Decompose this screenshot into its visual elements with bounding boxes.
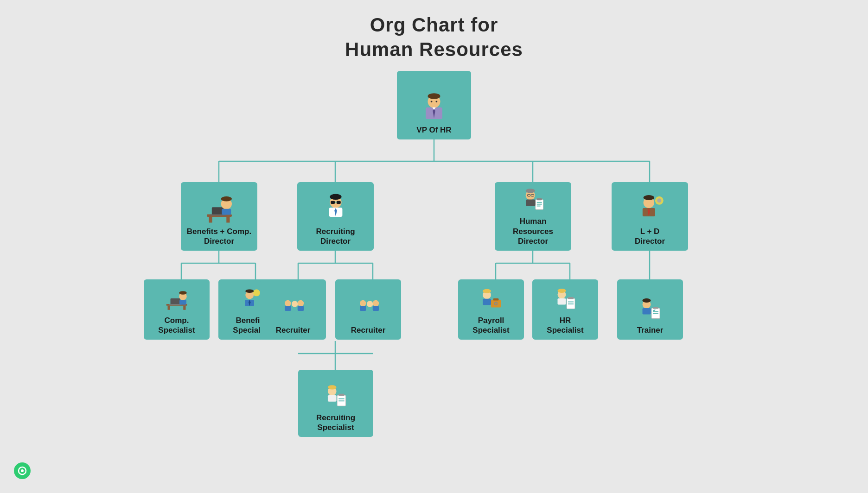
- recruiting-dir-label: RecruitingDirector: [316, 227, 355, 246]
- svg-point-95: [495, 303, 497, 304]
- trainer-icon: [636, 296, 664, 323]
- svg-point-83: [360, 300, 366, 307]
- svg-point-92: [483, 289, 491, 293]
- svg-rect-93: [483, 298, 491, 305]
- svg-rect-111: [338, 393, 344, 396]
- svg-rect-42: [336, 201, 340, 203]
- svg-rect-102: [558, 298, 566, 305]
- svg-rect-90: [493, 298, 499, 301]
- svg-rect-70: [179, 300, 186, 305]
- recruiter2-icon: [354, 296, 382, 323]
- hr-specialist-icon: [551, 286, 579, 314]
- recruiting-dir-icon: [319, 191, 352, 225]
- svg-rect-86: [367, 307, 373, 312]
- trainer-label: Trainer: [637, 325, 664, 335]
- bottom-logo[interactable]: [14, 462, 31, 479]
- vp-label: VP Of HR: [416, 125, 451, 135]
- svg-point-58: [657, 198, 661, 202]
- recruiter1-label: Recruiter: [276, 325, 311, 335]
- svg-point-28: [431, 101, 433, 102]
- svg-point-87: [373, 300, 379, 307]
- svg-rect-109: [643, 308, 651, 315]
- svg-point-69: [179, 291, 187, 295]
- benefits-comp-director-node: Benefits + Comp.Director: [181, 182, 257, 251]
- comp-specialist-icon: [163, 286, 191, 314]
- payroll-specialist-icon: [477, 286, 505, 314]
- hr-specialist-node: HRSpecialist: [532, 279, 598, 340]
- hr-dir-icon: [517, 186, 550, 215]
- payroll-specialist-node: PayrollSpecialist: [458, 279, 524, 340]
- svg-point-115: [328, 385, 337, 389]
- recruiter2-label: Recruiter: [351, 325, 386, 335]
- recruiting-specialist-node: RecruitingSpecialist: [298, 370, 373, 437]
- svg-point-101: [558, 289, 566, 293]
- title-line2: Human Resources: [345, 38, 523, 62]
- svg-point-37: [221, 196, 231, 201]
- svg-point-27: [428, 93, 440, 99]
- svg-rect-47: [536, 198, 542, 200]
- svg-point-76: [245, 289, 254, 293]
- svg-point-77: [285, 300, 291, 307]
- ld-dir-label: L + DDirector: [635, 227, 665, 246]
- title-line1: Org Chart for: [345, 13, 523, 38]
- vp-node: HR VP Of HR: [397, 71, 471, 139]
- recruiting-specialist-icon: [321, 382, 350, 411]
- svg-point-108: [643, 298, 651, 303]
- svg-point-79: [292, 301, 298, 307]
- page-title: Org Chart for Human Resources: [345, 13, 523, 62]
- comp-specialist-label: Comp.Specialist: [158, 316, 195, 335]
- svg-point-71: [253, 289, 260, 296]
- benefits-comp-icon: [203, 191, 236, 225]
- logo-icon: [17, 466, 27, 476]
- svg-rect-82: [298, 306, 304, 311]
- svg-rect-38: [222, 209, 231, 215]
- recruiting-specialist-label: RecruitingSpecialist: [316, 413, 355, 433]
- recruiter2-node: Recruiter: [335, 279, 401, 340]
- svg-point-85: [367, 301, 373, 307]
- svg-point-40: [330, 194, 341, 200]
- svg-rect-65: [183, 305, 185, 310]
- svg-rect-66: [171, 298, 180, 304]
- svg-rect-33: [226, 216, 230, 222]
- svg-rect-41: [331, 201, 335, 203]
- svg-point-29: [436, 101, 438, 102]
- logo-circle: [14, 462, 31, 479]
- hr-specialist-label: HRSpecialist: [547, 316, 583, 335]
- svg-rect-80: [292, 307, 298, 312]
- svg-rect-116: [328, 395, 337, 401]
- svg-point-62: [643, 195, 654, 200]
- vp-icon: HR: [417, 90, 451, 123]
- svg-rect-97: [568, 297, 574, 299]
- ld-dir-icon: [633, 191, 667, 225]
- payroll-specialist-label: PayrollSpecialist: [472, 316, 509, 335]
- svg-point-52: [525, 189, 535, 193]
- svg-rect-64: [168, 305, 170, 310]
- svg-rect-56: [526, 200, 535, 206]
- svg-point-118: [21, 469, 24, 472]
- ld-director-node: L + DDirector: [612, 182, 688, 251]
- comp-specialist-node: Comp.Specialist: [144, 279, 210, 340]
- svg-rect-88: [373, 306, 379, 311]
- svg-rect-84: [360, 306, 366, 311]
- recruiting-director-node: RecruitingDirector: [297, 182, 374, 251]
- svg-rect-78: [285, 306, 291, 311]
- svg-rect-104: [653, 307, 658, 309]
- recruiter1-icon: [279, 296, 307, 323]
- hr-dir-label: Human ResourcesDirector: [499, 216, 567, 246]
- recruiter1-node: Recruiter: [260, 279, 326, 340]
- svg-point-81: [298, 300, 304, 307]
- trainer-node: Trainer: [617, 279, 683, 340]
- benefits-comp-label: Benefits + Comp.Director: [187, 227, 251, 246]
- svg-rect-32: [209, 216, 212, 222]
- hr-director-node: Human ResourcesDirector: [495, 182, 571, 251]
- org-chart: HR VP Of HR: [109, 71, 759, 465]
